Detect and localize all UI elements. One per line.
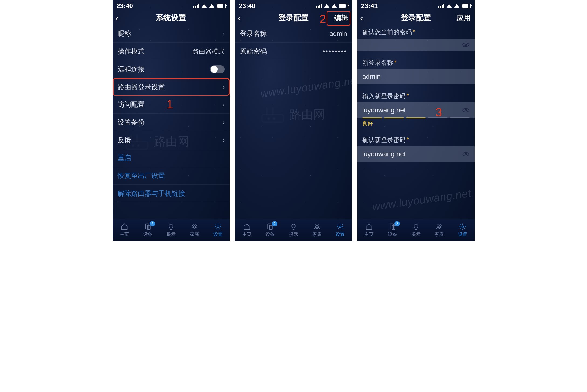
tab-label: 设置 — [458, 231, 467, 238]
tab-label: 主页 — [120, 231, 129, 238]
tab-family[interactable]: 家庭 — [428, 219, 451, 241]
tab-family[interactable]: 家庭 — [183, 219, 206, 241]
row-mode[interactable]: 操作模式 路由器模式 — [113, 43, 230, 60]
tab-devices[interactable]: 设备 2 — [381, 219, 404, 241]
row-router-login[interactable]: 路由器登录设置 › — [113, 78, 230, 96]
apply-button[interactable]: 应用 — [457, 13, 471, 23]
svg-point-7 — [169, 224, 173, 228]
field-new-login[interactable]: admin — [357, 69, 475, 84]
tab-label: 设备 — [388, 231, 397, 238]
battery-icon — [217, 4, 226, 8]
tab-home[interactable]: 主页 — [235, 219, 258, 241]
svg-point-28 — [465, 109, 467, 111]
svg-point-32 — [414, 224, 418, 228]
required-star: * — [407, 92, 409, 99]
tab-label: 设置 — [336, 231, 345, 238]
tab-home[interactable]: 主页 — [357, 219, 381, 241]
signal-alt-icon — [202, 4, 207, 8]
tab-bar: 主页 设备 2 提示 家庭 设置 — [113, 219, 230, 241]
required-star: * — [394, 59, 397, 66]
field-new-password[interactable]: luyouwang.net — [357, 102, 475, 118]
tab-tips[interactable]: 提示 — [159, 219, 183, 241]
row-remote: 远程连接 — [113, 60, 230, 78]
row-backup[interactable]: 设置备份 › — [113, 114, 230, 131]
page-title: 登录配置 — [278, 13, 309, 23]
status-bar: 23:40 — [235, 0, 352, 11]
required-star: * — [407, 136, 409, 143]
status-bar: 23:41 — [357, 0, 475, 11]
annotation-step-1: 1 — [167, 98, 173, 111]
tab-tips[interactable]: 提示 — [404, 219, 428, 241]
field-confirm-current[interactable] — [357, 39, 475, 51]
tab-label: 家庭 — [312, 231, 322, 238]
signal-alt-icon — [324, 4, 329, 8]
row-label: 原始密码 — [240, 47, 267, 56]
tab-label: 主页 — [242, 231, 251, 238]
row-label: 解除路由器与手机链接 — [118, 189, 185, 198]
navbar: ‹ 系统设置 — [113, 11, 230, 25]
svg-point-29 — [465, 153, 467, 155]
screenshot-2: 23:40 ‹ 登录配置 编辑 登录名称 admin 原始密码 •••••••• — [235, 0, 352, 241]
edit-button[interactable]: 编辑 — [334, 13, 348, 23]
devices-badge: 2 — [394, 221, 400, 226]
password-strength-text: 良好 — [357, 118, 475, 127]
tab-family[interactable]: 家庭 — [305, 219, 329, 241]
tab-label: 提示 — [166, 231, 176, 238]
back-button[interactable]: ‹ — [360, 13, 363, 22]
tab-label: 主页 — [364, 231, 374, 238]
svg-point-17 — [273, 118, 275, 119]
svg-point-16 — [268, 118, 269, 119]
label-new-password: 输入新登录密码* — [357, 89, 475, 102]
row-factory-reset[interactable]: 恢复至出厂设置 — [113, 167, 230, 185]
back-button[interactable]: ‹ — [238, 13, 241, 22]
remote-toggle[interactable] — [210, 65, 225, 73]
page-title: 系统设置 — [156, 13, 186, 23]
eye-icon[interactable] — [462, 108, 470, 113]
chevron-right-icon: › — [223, 136, 225, 144]
status-bar: 23:40 — [113, 0, 230, 11]
login-form: 确认您当前的密码* 新登录名称* admin 输入新登录密码* luyouwan… — [357, 25, 475, 162]
tab-bar: 主页 设备 2 提示 家庭 设置 — [357, 219, 475, 241]
login-info-list: 登录名称 admin 原始密码 •••••••• — [235, 25, 352, 60]
row-label: 反馈 — [118, 136, 131, 145]
tab-tips[interactable]: 提示 — [282, 219, 305, 241]
svg-point-10 — [192, 225, 194, 226]
battery-icon — [339, 4, 348, 8]
row-unlink[interactable]: 解除路由器与手机链接 — [113, 185, 230, 202]
page-title: 登录配置 — [401, 13, 431, 23]
screenshot-3: 23:41 ‹ 登录配置 应用 确认您当前的密码* — [357, 0, 475, 241]
field-value: admin — [362, 73, 381, 81]
tab-devices[interactable]: 设备 2 — [136, 219, 159, 241]
signal-icon — [438, 4, 444, 8]
svg-point-35 — [437, 225, 439, 226]
tab-home[interactable]: 主页 — [113, 219, 136, 241]
tab-settings[interactable]: 设置 — [329, 219, 352, 241]
status-icons — [438, 4, 471, 8]
row-reboot[interactable]: 重启 — [113, 149, 230, 167]
row-value: •••••••• — [323, 48, 347, 55]
svg-point-24 — [317, 225, 319, 226]
row-label: 设置备份 — [118, 118, 145, 127]
row-feedback[interactable]: 反馈 › — [113, 131, 230, 149]
tab-devices[interactable]: 设备 2 — [258, 219, 282, 241]
label-confirm-password: 确认新登录密码* — [357, 133, 475, 146]
back-button[interactable]: ‹ — [115, 13, 118, 22]
settings-list: 昵称 › 操作模式 路由器模式 远程连接 路由器登录设置 › 访问配置 › 设置… — [113, 25, 230, 202]
row-label: 昵称 — [118, 29, 131, 38]
eye-icon[interactable] — [462, 152, 470, 157]
status-time: 23:40 — [117, 2, 133, 10]
eye-off-icon[interactable] — [462, 42, 470, 47]
row-label: 登录名称 — [240, 29, 267, 38]
row-label: 重启 — [118, 153, 131, 162]
row-label: 访问配置 — [118, 100, 145, 109]
label-confirm-current: 确认您当前的密码* — [357, 25, 475, 39]
annotation-step-3: 3 — [435, 106, 442, 119]
field-confirm-password[interactable]: luyouwang.net — [357, 146, 475, 162]
tab-settings[interactable]: 设置 — [206, 219, 230, 241]
tab-label: 提示 — [289, 231, 298, 238]
svg-point-37 — [462, 226, 464, 228]
row-nickname[interactable]: 昵称 › — [113, 25, 230, 43]
tab-settings[interactable]: 设置 — [451, 219, 475, 241]
chevron-right-icon: › — [223, 30, 225, 37]
watermark-url: www.luyouwang.net — [371, 187, 472, 213]
